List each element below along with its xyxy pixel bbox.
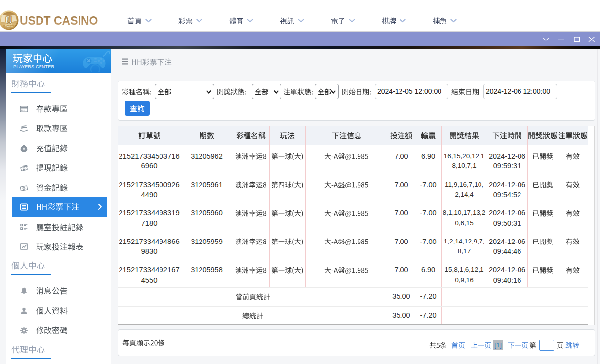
svg-text:Casino: Casino bbox=[5, 25, 13, 28]
svg-text:U: U bbox=[5, 15, 12, 26]
